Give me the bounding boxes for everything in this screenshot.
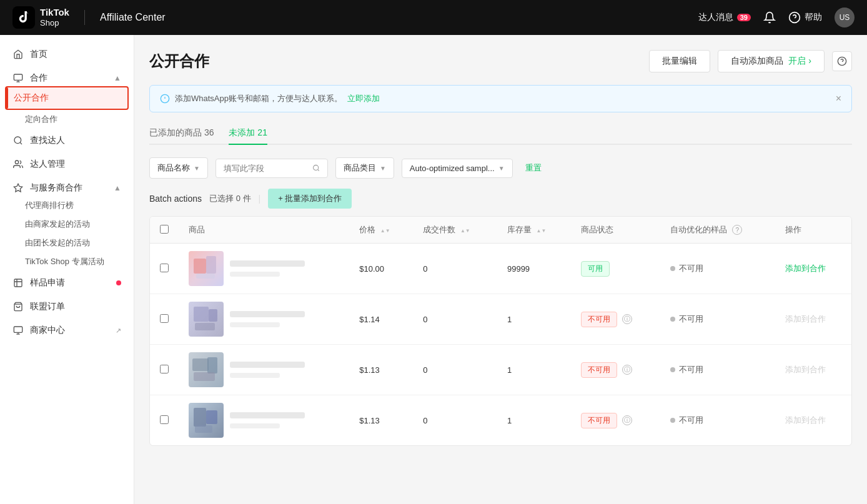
row-checkbox-1[interactable] <box>160 264 169 272</box>
table-header: 商品 价格 ▲▼ 成交件数 ▲▼ 库存量 ▲▼ 商品 <box>150 217 851 244</box>
product-thumbnail-2 <box>189 302 224 337</box>
product-desc-1 <box>230 272 280 277</box>
status-badge-1: 可用 <box>581 261 610 277</box>
status-help-icon-4[interactable]: ⓘ <box>622 415 632 425</box>
auto-add-button[interactable]: 自动添加商品 开启 › <box>718 50 825 72</box>
nav-divider <box>84 10 85 25</box>
svg-rect-0 <box>12 6 35 29</box>
help-button[interactable]: 帮助 <box>788 11 822 24</box>
dot-icon-1 <box>670 266 675 271</box>
table-row: $1.14 0 1 不可用 ⓘ 不可用 <box>150 294 851 345</box>
sidebar-label-tiktok-activity: TikTok Shop 专属活动 <box>25 257 104 266</box>
sold-2: 0 <box>413 294 497 345</box>
row-checkbox-4[interactable] <box>160 415 169 424</box>
dot-icon-3 <box>670 367 675 372</box>
sidebar-item-merchant-activity[interactable]: 由商家发起的活动 <box>0 215 134 234</box>
help-circle-icon <box>788 11 801 24</box>
category-filter-label: 商品类目 <box>344 162 376 174</box>
header-actions: 批量编辑 自动添加商品 开启 › <box>649 50 852 72</box>
sidebar-item-direct-collab[interactable]: 定向合作 <box>0 110 134 129</box>
products-table: 商品 价格 ▲▼ 成交件数 ▲▼ 库存量 ▲▼ 商品 <box>150 217 851 445</box>
status-help-icon-2[interactable]: ⓘ <box>622 314 632 324</box>
sidebar-item-agent-rank[interactable]: 代理商排行榜 <box>0 196 134 215</box>
reset-button[interactable]: 重置 <box>520 160 547 176</box>
sidebar-label-merchant: 商家中心 <box>30 325 65 336</box>
sidebar-item-home[interactable]: 首页 <box>0 42 134 66</box>
product-name-filter[interactable]: 商品名称 ▼ <box>149 157 208 179</box>
stock-sort-icon[interactable]: ▲▼ <box>537 229 547 234</box>
sidebar-item-find-talent[interactable]: 查找达人 <box>0 129 134 152</box>
sold-3: 0 <box>413 345 497 395</box>
sidebar-label-home: 首页 <box>30 49 47 60</box>
tab-not-added[interactable]: 未添加 21 <box>229 122 267 144</box>
whatsapp-banner: 添加WhatsApp账号和邮箱，方便与达人联系。 立即添加 × <box>149 85 852 112</box>
table-body: $10.00 0 99999 可用 不可用 <box>150 244 851 446</box>
sidebar-item-sample[interactable]: 样品申请 <box>0 271 134 295</box>
batch-add-button[interactable]: + 批量添加到合作 <box>268 189 352 209</box>
add-to-collab-btn-3: 添加到合作 <box>785 365 826 374</box>
batch-edit-button[interactable]: 批量编辑 <box>649 50 710 72</box>
avatar[interactable]: US <box>835 7 855 27</box>
products-table-container: 商品 价格 ▲▼ 成交件数 ▲▼ 库存量 ▲▼ 商品 <box>149 216 852 446</box>
product-name-input[interactable] <box>224 164 309 173</box>
banner-close-button[interactable]: × <box>836 93 841 104</box>
bell-icon <box>763 11 776 24</box>
price-3: $1.13 <box>349 345 413 395</box>
sample-notification-dot <box>116 280 121 285</box>
page-title: 公开合作 <box>149 51 209 71</box>
sidebar-label-order: 联盟订单 <box>30 301 65 312</box>
status-help-icon-3[interactable]: ⓘ <box>622 365 632 375</box>
search-icon <box>312 164 320 172</box>
chevron-down-icon-3: ▼ <box>498 165 505 172</box>
batch-actions-label: Batch actions <box>149 194 202 204</box>
notifications-button[interactable] <box>763 11 776 24</box>
sidebar-item-team-activity[interactable]: 由团长发起的活动 <box>0 234 134 252</box>
sidebar-item-merchant[interactable]: 商家中心 ↗ <box>0 319 134 342</box>
status-badge-2: 不可用 <box>581 312 617 327</box>
sample-filter[interactable]: Auto-optimized sampl... ▼ <box>402 159 513 178</box>
auto-sample-3: 不可用 <box>670 364 765 375</box>
select-all-checkbox[interactable] <box>160 225 169 234</box>
messages-button[interactable]: 达人消息 39 <box>698 12 751 23</box>
home-icon <box>12 49 24 60</box>
sidebar-group-collab[interactable]: 合作 ▲ <box>0 66 134 86</box>
auto-add-label: 自动添加商品 <box>731 56 783 67</box>
sidebar-item-order[interactable]: 联盟订单 <box>0 295 134 319</box>
add-to-collab-btn-1[interactable]: 添加到合作 <box>785 264 826 273</box>
col-sold: 成交件数 <box>423 225 455 234</box>
product-info-3 <box>230 362 305 378</box>
sample-filter-label: Auto-optimized sampl... <box>410 164 495 173</box>
price-sort-icon[interactable]: ▲▼ <box>380 229 390 234</box>
product-info-2 <box>230 311 305 327</box>
auto-sample-help-icon[interactable]: ? <box>732 225 742 235</box>
col-stock: 库存量 <box>507 225 532 234</box>
sidebar-group-service[interactable]: 与服务商合作 ▲ <box>0 176 134 196</box>
add-to-collab-btn-2: 添加到合作 <box>785 314 826 324</box>
sidebar-item-open-collab[interactable]: 公开合作 <box>5 86 129 110</box>
col-status: 商品状态 <box>581 225 613 234</box>
status-unavailable-cell-3: 不可用 ⓘ <box>581 362 650 378</box>
svg-rect-29 <box>194 408 206 427</box>
sidebar-item-manage-talent[interactable]: 达人管理 <box>0 152 134 176</box>
svg-rect-3 <box>14 74 22 80</box>
external-link-icon: ↗ <box>116 327 121 335</box>
svg-rect-21 <box>206 256 216 274</box>
filters: 商品名称 ▼ 商品类目 ▼ Auto-optimized sampl... ▼ … <box>149 157 852 179</box>
messages-badge: 39 <box>737 14 751 21</box>
settings-icon-button[interactable] <box>832 51 852 71</box>
price-4: $1.13 <box>349 395 413 446</box>
find-icon <box>12 135 24 146</box>
sold-sort-icon[interactable]: ▲▼ <box>460 229 470 234</box>
svg-rect-10 <box>14 327 22 332</box>
product-info-4 <box>230 412 305 428</box>
banner-link[interactable]: 立即添加 <box>347 93 380 104</box>
dot-icon-4 <box>670 418 675 423</box>
tab-added[interactable]: 已添加的商品 36 <box>149 122 214 144</box>
category-filter[interactable]: 商品类目 ▼ <box>335 157 394 179</box>
sidebar-label-direct-collab: 定向合作 <box>25 114 57 124</box>
auto-add-status: 开启 › <box>788 56 811 67</box>
row-checkbox-2[interactable] <box>160 314 169 323</box>
sidebar-item-tiktok-activity[interactable]: TikTok Shop 专属活动 <box>0 252 134 271</box>
main-content: 公开合作 批量编辑 自动添加商品 开启 › 添加WhatsApp账号和邮箱，方便… <box>134 35 867 504</box>
row-checkbox-3[interactable] <box>160 365 169 373</box>
